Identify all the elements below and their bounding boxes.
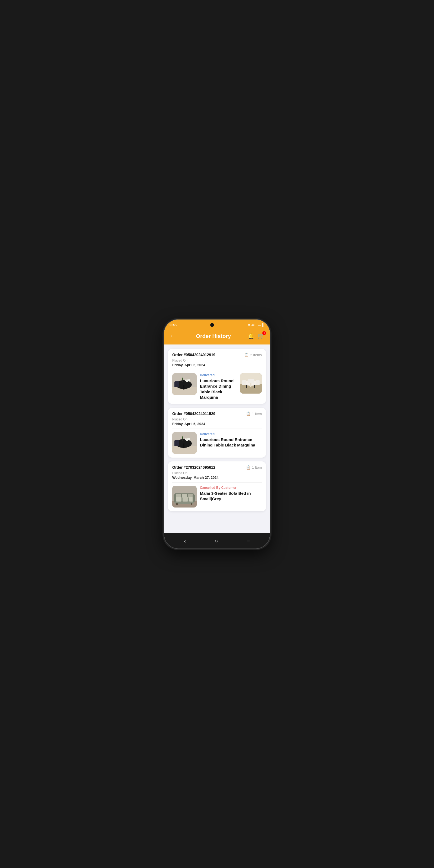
- order-item-row-1: Delivered Luxurious Round Entrance Dinin…: [172, 373, 262, 400]
- item-status-2: Delivered: [200, 432, 262, 436]
- order-header-3: Order #27032024095612 📋 1 Item Placed On…: [168, 461, 266, 482]
- order-date-1: Friday, April 5, 2024: [172, 363, 262, 367]
- page-title: Order History: [196, 333, 231, 339]
- bottom-navigation: ‹ ○ ≡: [164, 533, 270, 549]
- order-date-3: Wednesday, March 27, 2024: [172, 475, 262, 479]
- svg-rect-6: [175, 381, 179, 388]
- order-items-count-2: 📋 1 Item: [246, 411, 262, 416]
- signal-bars: ▪▪▪: [258, 323, 261, 327]
- order-number-2: Order #05042024011529: [172, 411, 215, 416]
- notification-bell-icon[interactable]: 🔔: [248, 333, 254, 339]
- svg-rect-27: [175, 440, 179, 446]
- item-image-2: [172, 432, 197, 454]
- order-items-3: Cancelled By Customer Malai 3-Seater Sof…: [168, 483, 266, 511]
- items-count-label-3: 1 Item: [252, 465, 262, 469]
- svg-rect-17: [248, 379, 251, 383]
- svg-rect-44: [191, 503, 192, 505]
- item-status-3: Cancelled By Customer: [200, 486, 262, 490]
- svg-point-26: [182, 436, 183, 439]
- svg-point-5: [182, 378, 183, 380]
- order-list: Order #05042024012919 📋 2 Items Placed O…: [164, 344, 270, 533]
- order-number-1: Order #05042024012919: [172, 352, 215, 357]
- order-items-count-1: 📋 2 Items: [244, 352, 262, 357]
- item-thumb-extra-1: [240, 373, 262, 394]
- copy-icon: 📋: [244, 352, 249, 357]
- svg-rect-15: [242, 380, 246, 385]
- svg-rect-43: [176, 503, 178, 505]
- placed-label-3: Placed On: [172, 471, 262, 475]
- svg-rect-14: [250, 383, 251, 388]
- bluetooth-icon: ✱: [248, 323, 250, 327]
- placed-label-2: Placed On: [172, 417, 262, 421]
- status-bar: 3:45 ✱ 4G+ ▪▪▪ ▌: [164, 319, 270, 329]
- order-items-1: Delivered Luxurious Round Entrance Dinin…: [168, 370, 266, 404]
- copy-icon-3: 📋: [246, 465, 251, 469]
- svg-point-9: [185, 379, 187, 381]
- svg-rect-16: [256, 380, 259, 385]
- back-nav-button[interactable]: ‹: [184, 538, 186, 544]
- phone-screen: 3:45 ✱ 4G+ ▪▪▪ ▌ ← Order History 🔔 🛒 1: [164, 319, 270, 549]
- svg-rect-41: [174, 495, 176, 502]
- svg-rect-3: [183, 384, 184, 390]
- app-header: ← Order History 🔔 🛒 1: [164, 329, 270, 344]
- svg-rect-24: [183, 443, 184, 448]
- svg-point-30: [185, 438, 187, 440]
- order-number-3: Order #27032024095612: [172, 465, 215, 469]
- item-info-2: Delivered Luxurious Round Entrance Dinin…: [200, 432, 262, 448]
- svg-rect-38: [176, 497, 182, 501]
- header-actions: 🔔 🛒 1: [248, 333, 265, 339]
- svg-rect-18: [251, 379, 254, 383]
- svg-rect-39: [183, 497, 188, 501]
- items-count-label-1: 2 Items: [250, 353, 262, 357]
- svg-rect-42: [193, 495, 195, 502]
- item-info-3: Cancelled By Customer Malai 3-Seater Sof…: [200, 486, 262, 502]
- order-date-2: Friday, April 5, 2024: [172, 422, 262, 426]
- item-image-1: [172, 373, 197, 395]
- svg-rect-19: [246, 385, 247, 388]
- item-info-1: Delivered Luxurious Round Entrance Dinin…: [200, 373, 237, 400]
- order-header-1: Order #05042024012919 📋 2 Items Placed O…: [168, 349, 266, 370]
- order-card-3[interactable]: Order #27032024095612 📋 1 Item Placed On…: [168, 461, 266, 511]
- item-name-1: Luxurious Round Entrance Dining Table Bl…: [200, 378, 237, 400]
- item-status-1: Delivered: [200, 373, 237, 377]
- svg-point-8: [188, 379, 190, 381]
- phone-shell: 3:45 ✱ 4G+ ▪▪▪ ▌ ← Order History 🔔 🛒 1: [164, 319, 270, 549]
- order-header-2: Order #05042024011529 📋 1 Item Placed On…: [168, 408, 266, 429]
- cart-badge: 1: [262, 331, 266, 335]
- status-time: 3:45: [169, 323, 177, 327]
- svg-point-29: [188, 438, 190, 440]
- battery-icon: ▌: [262, 323, 265, 327]
- home-nav-button[interactable]: ○: [215, 538, 218, 544]
- item-name-2: Luxurious Round Entrance Dining Table Bl…: [200, 437, 262, 448]
- svg-rect-20: [254, 385, 255, 388]
- item-image-3: [172, 486, 197, 507]
- camera-notch: [210, 323, 214, 327]
- menu-nav-button[interactable]: ≡: [247, 538, 250, 544]
- cart-button[interactable]: 🛒 1: [258, 333, 265, 339]
- order-items-2: Delivered Luxurious Round Entrance Dinin…: [168, 429, 266, 458]
- order-items-count-3: 📋 1 Item: [246, 465, 262, 469]
- back-button[interactable]: ←: [169, 333, 179, 340]
- order-card-2[interactable]: Order #05042024011529 📋 1 Item Placed On…: [168, 408, 266, 458]
- order-card-1[interactable]: Order #05042024012919 📋 2 Items Placed O…: [168, 349, 266, 404]
- order-item-row-2: Delivered Luxurious Round Entrance Dinin…: [172, 432, 262, 454]
- placed-label-1: Placed On: [172, 359, 262, 362]
- item-name-3: Malai 3-Seater Sofa Bed in Small|Grey: [200, 491, 262, 502]
- status-icons: ✱ 4G+ ▪▪▪ ▌: [248, 323, 265, 327]
- order-item-row-3: Cancelled By Customer Malai 3-Seater Sof…: [172, 486, 262, 507]
- copy-icon-2: 📋: [246, 411, 251, 416]
- items-count-label-2: 1 Item: [252, 412, 262, 416]
- network-icon: 4G+: [251, 323, 257, 327]
